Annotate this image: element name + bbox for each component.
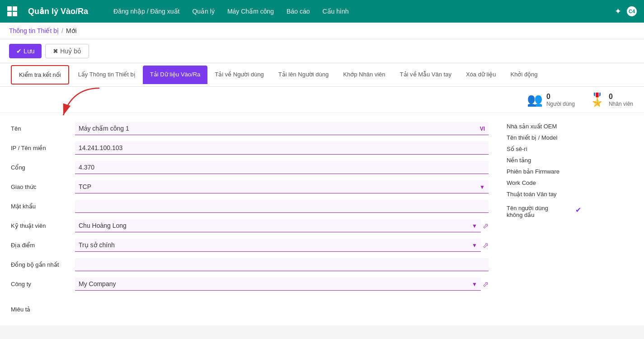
- tab-match-employee[interactable]: Khớp Nhân viên: [336, 66, 392, 84]
- notification-badge[interactable]: C4: [627, 6, 637, 16]
- form-row-name: Tên VI: [11, 122, 489, 135]
- save-button[interactable]: ✔ Lưu: [9, 44, 42, 58]
- fingerprint-label: Thuật toán Vân tay: [507, 191, 557, 198]
- users-icon: 👥: [527, 92, 543, 107]
- platform-label: Nền tảng: [507, 157, 531, 164]
- technician-label: Kỹ thuật viên: [11, 222, 70, 229]
- form-row-company: Công ty My Company ▼ ⬀: [11, 278, 489, 291]
- form-row-protocol: Giao thức TCP UDP ▼: [11, 180, 489, 193]
- password-label: Mật khẩu: [11, 203, 70, 210]
- platform-row: Nền tảng: [507, 156, 633, 165]
- breadcrumb-current: Mới: [66, 27, 77, 34]
- tab-delete-data[interactable]: Xóa dữ liệu: [459, 66, 503, 84]
- info-list: Nhà sản xuất OEM Tên thiết bị / Model Số…: [507, 122, 633, 219]
- nav-reports[interactable]: Báo cáo: [281, 5, 315, 18]
- manufacturer-row: Nhà sản xuất OEM: [507, 122, 633, 131]
- name-label: Tên: [11, 125, 70, 132]
- breadcrumb: Thông tin Thiết bị / Mới: [0, 23, 644, 39]
- model-row: Tên thiết bị / Model: [507, 133, 633, 142]
- port-input[interactable]: [75, 161, 489, 174]
- nav-login-logout[interactable]: Đăng nhập / Đăng xuất: [108, 5, 185, 18]
- firmware-label: Phiên bản Firmware: [507, 168, 559, 175]
- form-row-sync: Đồng bộ gần nhất: [11, 258, 489, 271]
- tab-download-fingerprint[interactable]: Tải về Mẫu Vân tay: [393, 66, 459, 84]
- work-code-row: Work Code: [507, 179, 633, 187]
- serial-label: Số sê-ri: [507, 146, 527, 152]
- firmware-row: Phiên bản Firmware: [507, 167, 633, 176]
- content-area: 👥 0 Người dùng 🎖️ 0 Nhân viên Tên VI: [0, 87, 644, 325]
- ip-label: IP / Tên miền: [11, 145, 70, 151]
- tab-upload-user[interactable]: Tải lên Người dùng: [271, 66, 336, 84]
- fingerprint-row: Thuật toán Vân tay: [507, 190, 633, 198]
- users-label: Người dùng: [546, 101, 575, 107]
- work-code-label: Work Code: [507, 179, 536, 186]
- manufacturer-label: Nhà sản xuất OEM: [507, 123, 557, 130]
- nav-timekeeping[interactable]: Máy Chấm công: [222, 5, 279, 18]
- form-left: Tên VI IP / Tên miền Cổng Giao thức: [11, 122, 489, 297]
- app-logo-icon[interactable]: [7, 6, 17, 16]
- form-right: Nhà sản xuất OEM Tên thiết bị / Model Số…: [507, 122, 633, 297]
- password-input[interactable]: [75, 200, 489, 213]
- users-count: 0: [546, 93, 550, 101]
- action-bar: ✔ Lưu ✖ Huỷ bỏ: [0, 39, 644, 63]
- breadcrumb-separator: /: [61, 27, 63, 34]
- breadcrumb-parent[interactable]: Thông tin Thiết bị: [9, 27, 59, 34]
- nav-links: Đăng nhập / Đăng xuất Quản lý Máy Chấm c…: [108, 5, 604, 18]
- form-row-port: Cổng: [11, 161, 489, 174]
- tab-get-device-info[interactable]: Lấy Thông tin Thiết bị: [71, 66, 143, 84]
- star-icon[interactable]: ✦: [615, 6, 621, 16]
- username-checkbox[interactable]: ✔: [575, 206, 581, 214]
- top-nav: Quản lý Vào/Ra Đăng nhập / Đăng xuất Quả…: [0, 0, 644, 23]
- location-select[interactable]: Trụ sở chính: [75, 239, 481, 252]
- tab-bar: Kiểm tra kết nối Lấy Thông tin Thiết bị …: [0, 63, 644, 87]
- form-row-ip: IP / Tên miền: [11, 141, 489, 155]
- company-select[interactable]: My Company: [75, 278, 481, 291]
- notification-number: 4: [632, 9, 635, 14]
- tab-check-connection[interactable]: Kiểm tra kết nối: [11, 65, 69, 85]
- description-section: Miêu tả: [0, 306, 644, 325]
- cancel-button[interactable]: ✖ Huỷ bỏ: [45, 44, 89, 58]
- nav-manage[interactable]: Quản lý: [187, 5, 220, 18]
- protocol-label: Giao thức: [11, 184, 70, 190]
- sync-input[interactable]: [75, 258, 489, 271]
- ip-input[interactable]: [75, 141, 489, 155]
- form-row-password: Mật khẩu: [11, 200, 489, 213]
- company-external-link[interactable]: ⬀: [483, 280, 489, 288]
- notification-count: C: [629, 9, 632, 14]
- employees-stat: 🎖️ 0 Nhân viên: [589, 92, 633, 107]
- employee-icon: 🎖️: [589, 92, 605, 107]
- model-label: Tên thiết bị / Model: [507, 134, 557, 141]
- serial-row: Số sê-ri: [507, 145, 633, 153]
- app-title: Quản lý Vào/Ra: [28, 6, 88, 16]
- nav-right: ✦ C4: [615, 6, 637, 16]
- username-label: Tên người dùng: [507, 205, 548, 212]
- port-label: Cổng: [11, 164, 70, 171]
- nav-settings[interactable]: Cấu hình: [317, 5, 354, 18]
- users-stat: 👥 0 Người dùng: [527, 92, 575, 107]
- form-row-location: Địa điểm Trụ sở chính ▼ ⬀: [11, 239, 489, 252]
- protocol-select[interactable]: TCP UDP: [75, 180, 489, 193]
- stats-bar: 👥 0 Người dùng 🎖️ 0 Nhân viên: [0, 87, 644, 113]
- location-label: Địa điểm: [11, 242, 70, 249]
- technician-external-link[interactable]: ⬀: [483, 221, 489, 230]
- tab-download-data[interactable]: Tải Dữ liệu Vào/Ra: [143, 66, 207, 84]
- sync-label: Đồng bộ gần nhất: [11, 261, 70, 268]
- employees-label: Nhân viên: [609, 101, 633, 107]
- company-label: Công ty: [11, 281, 70, 287]
- form-area: Tên VI IP / Tên miền Cổng Giao thức: [0, 113, 644, 306]
- name-input[interactable]: [75, 122, 489, 135]
- location-external-link[interactable]: ⬀: [483, 241, 489, 250]
- technician-select[interactable]: Chu Hoàng Long: [75, 219, 481, 232]
- no-stamp-label: không dấu: [507, 212, 548, 218]
- tab-download-user[interactable]: Tải về Người dùng: [207, 66, 271, 84]
- description-label: Miêu tả: [11, 306, 633, 313]
- form-row-technician: Kỹ thuật viên Chu Hoàng Long ▼ ⬀: [11, 219, 489, 232]
- tab-restart[interactable]: Khởi động: [503, 66, 545, 84]
- name-lang-indicator: VI: [480, 126, 485, 132]
- username-row: Tên người dùng không dấu ✔: [507, 204, 633, 219]
- employees-count: 0: [609, 93, 613, 101]
